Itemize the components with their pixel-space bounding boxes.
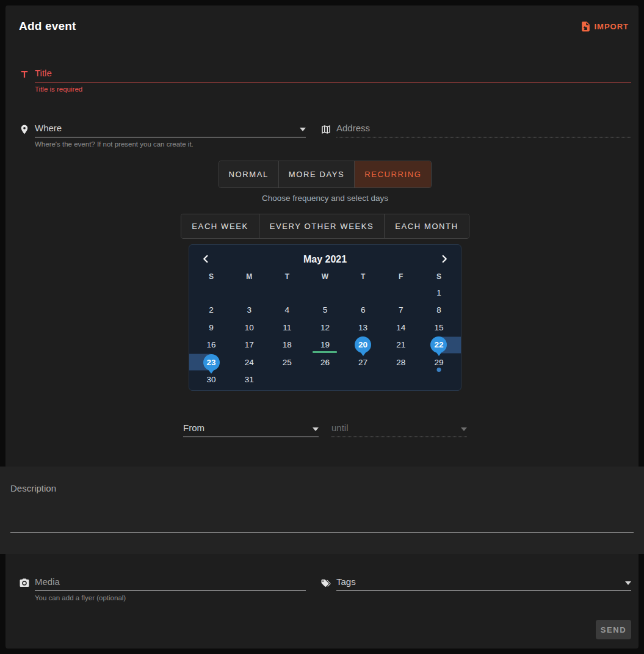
calendar-day-number: 4 xyxy=(285,305,290,314)
calendar-day[interactable]: 9 xyxy=(192,319,230,336)
page-title: Add event xyxy=(19,20,76,33)
calendar-day-header: T xyxy=(344,269,382,284)
until-time-select[interactable]: until xyxy=(331,420,467,437)
media-helper-text: You can add a flyer (optional) xyxy=(35,594,306,601)
calendar-day[interactable]: 31 xyxy=(230,371,268,389)
calendar-day[interactable]: 7 xyxy=(382,302,420,319)
calendar-day-number: 14 xyxy=(396,323,405,332)
calendar-day[interactable]: 4 xyxy=(268,302,306,319)
dialog-header: Add event IMPORT xyxy=(5,5,639,32)
calendar-day[interactable]: 15 xyxy=(420,319,458,336)
calendar-day[interactable]: 10 xyxy=(230,319,268,336)
calendar-day[interactable]: 3 xyxy=(230,302,268,319)
calendar-day[interactable]: 11 xyxy=(268,319,306,336)
calendar-day-number: 3 xyxy=(247,305,251,314)
description-underline xyxy=(10,532,634,532)
calendar-day[interactable]: 1 xyxy=(420,284,458,302)
calendar-day-number: 25 xyxy=(283,358,292,367)
calendar-day-number: 19 xyxy=(320,340,330,349)
tab-each-week[interactable]: EACH WEEK xyxy=(181,214,259,238)
calendar-prev-month-button[interactable] xyxy=(198,252,213,267)
calendar-day[interactable]: 8 xyxy=(420,302,458,319)
calendar-day-number: 2 xyxy=(209,305,214,314)
calendar-day-empty xyxy=(306,284,344,302)
calendar-day-empty xyxy=(192,284,230,302)
calendar-day[interactable]: 13 xyxy=(344,319,382,336)
import-button[interactable]: IMPORT xyxy=(580,21,629,32)
calendar-day-empty xyxy=(420,371,458,389)
calendar-day[interactable]: 12 xyxy=(306,319,344,336)
until-placeholder: until xyxy=(331,423,349,432)
calendar-month-title: May 2021 xyxy=(213,254,437,265)
description-textarea[interactable]: Description xyxy=(0,467,644,554)
tags-select[interactable]: Tags xyxy=(336,574,631,591)
calendar-day-number: 27 xyxy=(358,358,367,367)
calendar-day[interactable]: 20 xyxy=(344,336,382,354)
calendar-day-number: 24 xyxy=(245,358,254,367)
calendar-day[interactable]: 29 xyxy=(420,354,458,371)
title-input[interactable]: Title xyxy=(35,65,631,82)
calendar-day-empty xyxy=(382,371,420,389)
address-input[interactable]: Address xyxy=(336,120,631,137)
calendar-day[interactable]: 19 xyxy=(306,336,344,354)
calendar-day-number: 5 xyxy=(323,305,328,314)
tags-field-row: Tags xyxy=(320,574,631,601)
chevron-down-icon xyxy=(461,427,467,431)
chevron-down-icon xyxy=(625,581,631,585)
calendar-day-number: 18 xyxy=(283,340,292,349)
tab-recurring[interactable]: RECURRING xyxy=(355,161,431,187)
from-time-select[interactable]: From xyxy=(183,420,319,437)
calendar-day-number: 16 xyxy=(207,340,216,349)
tab-normal[interactable]: NORMAL xyxy=(219,161,279,187)
calendar-day-header: S xyxy=(420,269,458,284)
calendar-day-number: 28 xyxy=(396,358,405,367)
calendar-day-header: T xyxy=(268,269,306,284)
media-placeholder: Media xyxy=(35,577,60,586)
calendar-day-number: 9 xyxy=(209,323,214,332)
tab-more-days[interactable]: MORE DAYS xyxy=(279,161,355,187)
calendar-day[interactable]: 6 xyxy=(344,302,382,319)
title-error-message: Title is required xyxy=(35,85,631,93)
calendar-day[interactable]: 24 xyxy=(230,354,268,371)
calendar-day[interactable]: 22 xyxy=(420,336,458,354)
calendar-day-header: S xyxy=(192,269,230,284)
today-underline xyxy=(313,351,337,354)
calendar-day[interactable]: 27 xyxy=(344,354,382,371)
event-type-tabs: NORMAL MORE DAYS RECURRING xyxy=(219,161,432,188)
chevron-down-icon xyxy=(313,427,319,431)
calendar-day[interactable]: 5 xyxy=(306,302,344,319)
calendar-day-number: 31 xyxy=(245,375,254,384)
calendar-day[interactable]: 30 xyxy=(192,371,230,389)
calendar-next-month-button[interactable] xyxy=(437,252,452,267)
calendar-day[interactable]: 23 xyxy=(192,354,230,371)
tags-placeholder: Tags xyxy=(336,577,356,586)
calendar-day-empty xyxy=(344,284,382,302)
calendar-day[interactable]: 25 xyxy=(268,354,306,371)
calendar-day-number: 30 xyxy=(207,375,216,384)
calendar-day[interactable]: 21 xyxy=(382,336,420,354)
calendar-day[interactable]: 14 xyxy=(382,319,420,336)
media-field-row: Media You can add a flyer (optional) xyxy=(19,574,306,601)
tab-every-other-weeks[interactable]: EVERY OTHER WEEKS xyxy=(259,214,385,238)
calendar-day[interactable]: 26 xyxy=(306,354,344,371)
calendar-day[interactable]: 17 xyxy=(230,336,268,354)
calendar-day-number: 26 xyxy=(320,358,330,367)
calendar-day[interactable]: 18 xyxy=(268,336,306,354)
where-select[interactable]: Where xyxy=(35,120,306,137)
title-field-row: Title Title is required xyxy=(19,65,631,93)
calendar-day[interactable]: 2 xyxy=(192,302,230,319)
calendar-day-headers: SMTWTFS xyxy=(192,269,458,284)
chevron-down-icon xyxy=(300,128,306,131)
calendar-day-empty xyxy=(306,371,344,389)
tab-each-month[interactable]: EACH MONTH xyxy=(385,214,468,238)
where-helper-text: Where's the event? If not present you ca… xyxy=(35,140,306,148)
calendar-day-number: 15 xyxy=(434,323,443,332)
calendar-day-header: W xyxy=(306,269,344,284)
calendar-day[interactable]: 16 xyxy=(192,336,230,354)
calendar-day-number: 6 xyxy=(361,305,366,314)
media-input[interactable]: Media xyxy=(35,574,306,591)
calendar-day-number: 8 xyxy=(436,305,441,314)
from-placeholder: From xyxy=(183,423,204,432)
calendar-day[interactable]: 28 xyxy=(382,354,420,371)
send-button[interactable]: SEND xyxy=(596,620,631,639)
